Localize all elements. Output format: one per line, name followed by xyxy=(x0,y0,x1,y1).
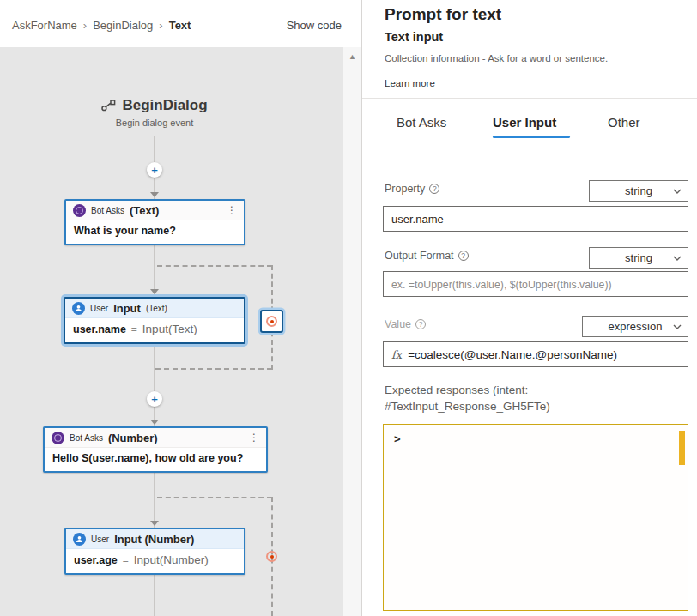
show-code-button[interactable]: Show code xyxy=(287,19,342,32)
output-format-input[interactable] xyxy=(383,271,688,297)
panel-subtitle: Text input xyxy=(385,30,443,44)
node-label: User xyxy=(91,534,109,544)
node-label: Bot Asks xyxy=(91,206,124,215)
loop-path xyxy=(157,497,272,498)
property-input[interactable] xyxy=(383,206,688,232)
scroll-up-icon[interactable]: ▲ xyxy=(343,52,361,61)
user-icon xyxy=(72,302,85,315)
breadcrumb-item-current: Text xyxy=(169,19,191,32)
expected-responses-editor[interactable]: > xyxy=(383,424,688,611)
active-tab-indicator xyxy=(493,136,570,138)
connector-arrow-icon xyxy=(150,192,159,197)
bot-icon xyxy=(73,204,86,217)
property-type-dropdown[interactable]: string xyxy=(589,180,688,202)
expected-responses-label: Expected responses (intent: #TextInput_R… xyxy=(385,383,659,415)
connector-arrow-icon xyxy=(150,521,159,526)
canvas-scrollbar[interactable]: ▲ xyxy=(343,47,361,616)
begin-dialog-icon xyxy=(101,100,116,112)
breadcrumb-item-trigger[interactable]: BeginDialog xyxy=(93,19,153,32)
user-icon xyxy=(73,533,86,546)
help-icon[interactable] xyxy=(458,251,469,261)
output-format-label: Output Format xyxy=(385,250,469,262)
tab-other[interactable]: Other xyxy=(608,115,640,130)
node-label: Bot Asks xyxy=(70,433,103,443)
help-icon[interactable] xyxy=(415,319,426,329)
assign-property: user.age xyxy=(74,554,118,566)
node-menu-icon[interactable] xyxy=(227,205,237,215)
assign-property: user.name xyxy=(73,323,126,335)
node-type: Input (Number) xyxy=(114,533,194,546)
tab-user-input[interactable]: User Input xyxy=(493,115,556,130)
panel-header-divider xyxy=(362,98,697,99)
breadcrumb-separator-icon xyxy=(83,19,87,32)
editor-scrollbar-thumb[interactable] xyxy=(679,431,685,465)
loop-path xyxy=(157,265,272,267)
bot-composer-window: AskForName BeginDialog Text Show code Be… xyxy=(0,0,697,616)
loop-target-icon xyxy=(266,316,277,327)
assign-value: Input(Text) xyxy=(142,323,197,335)
flow-canvas[interactable]: BeginDialog Begin dialog event Bot Asks … xyxy=(0,47,343,616)
node-bot-asks-text[interactable]: Bot Asks (Text) What is your name? xyxy=(64,199,245,245)
node-menu-icon[interactable] xyxy=(249,432,259,443)
trigger-title: BeginDialog xyxy=(122,97,207,114)
value-type-dropdown[interactable]: expression xyxy=(582,316,688,337)
panel-title: Prompt for text xyxy=(385,5,501,24)
loop-path xyxy=(155,368,272,370)
loop-marker[interactable] xyxy=(266,551,277,562)
canvas-toolbar: AskForName BeginDialog Text Show code xyxy=(0,0,362,47)
trigger-subtitle: Begin dialog event xyxy=(47,118,262,128)
node-bot-asks-number[interactable]: Bot Asks (Number) Hello S(user.name), ho… xyxy=(43,426,268,473)
loop-marker-selected[interactable] xyxy=(260,310,283,333)
editor-prompt: > xyxy=(394,432,401,445)
assign-operator: = xyxy=(131,323,137,335)
output-format-type-dropdown[interactable]: string xyxy=(589,247,688,269)
panel-description: Collection information - Ask for a word … xyxy=(385,53,608,63)
node-user-input-number[interactable]: User Input (Number) user.age = Input(Num… xyxy=(64,528,245,575)
node-message: Hello S(user.name), how old are you? xyxy=(45,448,266,471)
assign-operator: = xyxy=(123,554,129,566)
add-node-button[interactable] xyxy=(147,162,162,178)
node-type-suffix: (Text) xyxy=(146,304,167,313)
add-node-button[interactable] xyxy=(147,391,162,407)
node-user-input-text[interactable]: User Input (Text) user.name = Input(Text… xyxy=(64,297,245,344)
chevron-down-icon xyxy=(673,256,682,261)
value-expression-input[interactable]: fx =coalesce(@user.Name.@personName) xyxy=(383,341,688,367)
node-message: What is your name? xyxy=(66,220,244,244)
help-icon[interactable] xyxy=(429,184,439,194)
node-type: (Number) xyxy=(108,432,158,444)
node-type: (Text) xyxy=(130,204,159,217)
properties-panel: Prompt for text Text input Collection in… xyxy=(362,0,697,616)
loop-target-icon xyxy=(266,551,277,562)
assign-value: Input(Number) xyxy=(134,553,209,566)
breadcrumb-separator-icon xyxy=(159,19,162,32)
node-label: User xyxy=(90,304,108,313)
bot-icon xyxy=(52,432,64,444)
trigger-node[interactable]: BeginDialog Begin dialog event xyxy=(47,97,262,128)
chevron-down-icon xyxy=(673,189,682,194)
connector-arrow-icon xyxy=(150,420,159,425)
learn-more-link[interactable]: Learn more xyxy=(385,78,435,88)
property-label: Property xyxy=(385,183,439,195)
chevron-down-icon xyxy=(673,324,682,329)
value-label: Value xyxy=(385,318,426,330)
breadcrumb-item-dialog[interactable]: AskForName xyxy=(12,19,77,32)
tab-bot-asks[interactable]: Bot Asks xyxy=(397,115,446,130)
breadcrumb: AskForName BeginDialog Text xyxy=(12,19,191,32)
fx-icon: fx xyxy=(391,348,402,361)
node-type: Input xyxy=(113,302,141,315)
connector-arrow-icon xyxy=(150,289,159,294)
